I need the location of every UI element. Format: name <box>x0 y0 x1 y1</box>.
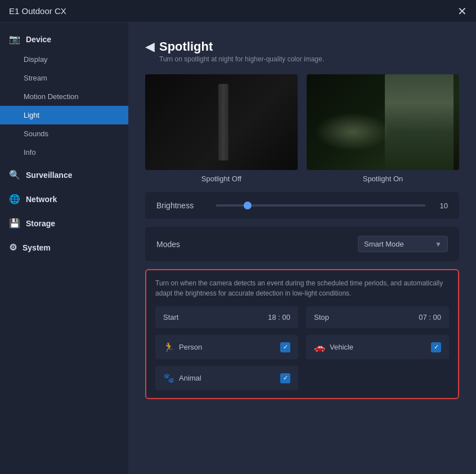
start-label: Start <box>163 313 178 321</box>
sidebar-item-sounds[interactable]: Sounds <box>0 124 128 143</box>
sidebar-section-label-device: Device <box>26 35 51 44</box>
time-row: Start 18 : 00 Stop 07 : 00 <box>155 306 449 328</box>
preview-label-on: Spotlight On <box>363 175 403 183</box>
vehicle-left: 🚗 Vehicle <box>314 342 353 352</box>
stop-time-block[interactable]: Stop 07 : 00 <box>306 306 449 328</box>
sidebar-item-info[interactable]: Info <box>0 143 128 162</box>
content-area: ◀ Spotlight Turn on spotlight at night f… <box>128 23 476 474</box>
vehicle-checkmark: ✓ <box>434 343 439 351</box>
person-icon: 🏃 <box>163 342 174 352</box>
sidebar-section-storage: 💾 Storage <box>0 212 128 234</box>
preview-label-off: Spotlight Off <box>201 175 241 183</box>
modes-select-value: Smart Mode <box>364 240 404 248</box>
vehicle-label: Vehicle <box>330 343 353 351</box>
surveillance-icon: 🔍 <box>9 169 20 180</box>
storage-icon: 💾 <box>9 218 20 229</box>
sidebar-section-label-storage: Storage <box>26 219 55 228</box>
modes-select[interactable]: Smart Mode ▼ <box>358 236 448 252</box>
sidebar: 📷 Device Display Stream Motion Detection… <box>0 23 128 474</box>
slider-track[interactable] <box>216 204 425 207</box>
slider-thumb[interactable] <box>244 202 252 209</box>
person-detect-block[interactable]: 🏃 Person ✓ <box>155 335 298 359</box>
animal-label: Animal <box>179 374 201 382</box>
sidebar-section-header-storage[interactable]: 💾 Storage <box>0 212 128 234</box>
sidebar-item-stream[interactable]: Stream <box>0 69 128 87</box>
sidebar-section-header-device: 📷 Device <box>0 28 128 50</box>
camera-icon: 📷 <box>9 34 20 44</box>
start-time-value: 18 : 00 <box>268 313 290 321</box>
close-button[interactable]: ✕ <box>457 6 467 17</box>
preview-item-on: Spotlight On <box>307 74 459 183</box>
sidebar-section-device: 📷 Device Display Stream Motion Detection… <box>0 28 128 162</box>
brightness-slider[interactable] <box>216 204 425 207</box>
page-header: ◀ Spotlight Turn on spotlight at night f… <box>145 39 459 63</box>
sidebar-section-surveillance: 🔍 Surveillance <box>0 164 128 186</box>
sidebar-section-header-system[interactable]: ⚙ System <box>0 236 128 258</box>
person-label: Person <box>179 343 202 351</box>
detect-row-2: 🐾 Animal ✓ <box>155 366 449 390</box>
app-title: E1 Outdoor CX <box>9 6 66 16</box>
sidebar-section-network: 🌐 Network <box>0 188 128 210</box>
page-header-text: Spotlight Turn on spotlight at night for… <box>159 39 324 63</box>
detect-row-1: 🏃 Person ✓ 🚗 Vehicle ✓ <box>155 335 449 359</box>
title-bar: E1 Outdoor CX ✕ <box>0 0 476 23</box>
page-title: Spotlight <box>159 39 324 54</box>
stop-time-value: 07 : 00 <box>419 313 441 321</box>
sidebar-item-light[interactable]: Light <box>0 106 128 124</box>
sidebar-item-motion-detection[interactable]: Motion Detection <box>0 87 128 106</box>
sidebar-section-label-system: System <box>23 243 51 252</box>
sidebar-section-system: ⚙ System <box>0 236 128 258</box>
preview-row: Spotlight Off Spotlight On <box>145 74 459 183</box>
sidebar-item-display[interactable]: Display <box>0 50 128 69</box>
sidebar-section-label-surveillance: Surveillance <box>26 171 73 180</box>
sidebar-section-header-surveillance[interactable]: 🔍 Surveillance <box>0 164 128 186</box>
smart-mode-description: Turn on when the camera detects an event… <box>155 278 449 298</box>
person-checkbox[interactable]: ✓ <box>280 342 290 352</box>
start-time-block[interactable]: Start 18 : 00 <box>155 306 298 328</box>
brightness-card: Brightness 10 <box>145 192 459 219</box>
stop-label: Stop <box>314 313 329 321</box>
vehicle-icon: 🚗 <box>314 342 325 352</box>
brightness-label: Brightness <box>156 201 207 210</box>
chevron-down-icon: ▼ <box>435 240 442 248</box>
system-icon: ⚙ <box>9 242 17 253</box>
person-left: 🏃 Person <box>163 342 202 352</box>
vehicle-checkbox[interactable]: ✓ <box>431 342 441 352</box>
vehicle-detect-block[interactable]: 🚗 Vehicle ✓ <box>306 335 449 359</box>
sidebar-section-header-network[interactable]: 🌐 Network <box>0 188 128 210</box>
page-subtitle: Turn on spotlight at night for higher-qu… <box>159 55 324 63</box>
slider-fill <box>216 204 248 207</box>
animal-left: 🐾 Animal <box>163 373 201 383</box>
modes-card: Modes Smart Mode ▼ <box>145 227 459 261</box>
preview-item-off: Spotlight Off <box>145 74 298 183</box>
smart-mode-card: Turn on when the camera detects an event… <box>145 269 459 399</box>
preview-image-off <box>145 74 298 170</box>
brightness-value: 10 <box>434 202 448 210</box>
modes-label: Modes <box>156 240 180 249</box>
brightness-row: Brightness 10 <box>156 201 448 210</box>
animal-icon: 🐾 <box>163 373 174 383</box>
preview-image-on <box>307 74 459 170</box>
animal-checkbox[interactable]: ✓ <box>280 373 290 383</box>
main-layout: 📷 Device Display Stream Motion Detection… <box>0 23 476 474</box>
animal-detect-block[interactable]: 🐾 Animal ✓ <box>155 366 298 390</box>
animal-checkmark: ✓ <box>283 374 288 382</box>
network-icon: 🌐 <box>9 194 20 204</box>
sidebar-section-label-network: Network <box>26 195 57 204</box>
person-checkmark: ✓ <box>283 343 288 351</box>
back-button[interactable]: ◀ <box>145 39 155 54</box>
